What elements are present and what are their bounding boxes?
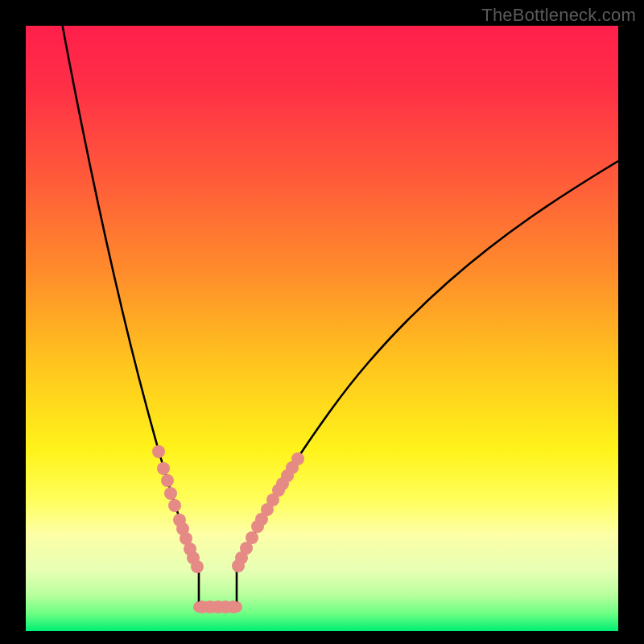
curve-left-branch <box>63 26 199 569</box>
data-dot <box>246 531 258 544</box>
curve-right-branch <box>237 161 618 569</box>
data-dot <box>291 452 304 465</box>
data-dot <box>152 445 165 458</box>
curve-layer <box>26 26 618 631</box>
data-dot <box>227 601 240 613</box>
data-dot <box>157 462 170 475</box>
data-dot <box>168 499 181 512</box>
data-dot <box>164 487 177 500</box>
outer-frame: TheBottleneck.com <box>0 0 644 644</box>
data-dot <box>161 474 174 487</box>
data-dot <box>191 560 204 573</box>
watermark-text: TheBottleneck.com <box>481 5 636 26</box>
data-dots <box>152 445 304 613</box>
plot-area <box>26 26 618 631</box>
